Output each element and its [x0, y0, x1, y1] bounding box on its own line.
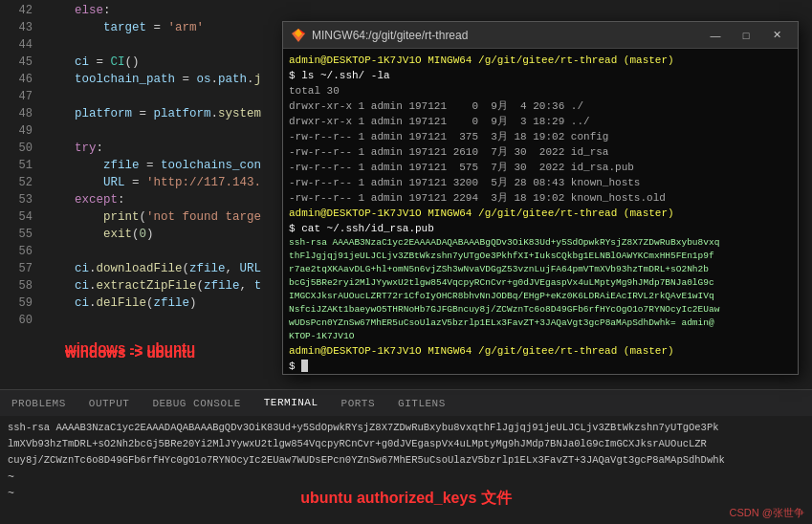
- mingw-titlebar: MINGW64:/g/git/gitee/rt-thread — □ ✕: [283, 22, 798, 49]
- terminal-line-2: lmXVb93hzTmDRL+sO2Nh2bcGj5BRe20Yi2MlJYyw…: [8, 436, 804, 452]
- tab-gitlens[interactable]: GITLENS: [386, 390, 457, 417]
- terminal-line-1: ssh-rsa AAAAB3NzaC1yc2EAAADAQABAAABgQDv3…: [8, 420, 804, 436]
- mingw-window: MINGW64:/g/git/gitee/rt-thread — □ ✕ adm…: [282, 21, 799, 375]
- terminal-line-3: cuy8j/ZCWznTc6o8D49GFb6rfHYc0gO1o7RYNOcy…: [8, 452, 804, 469]
- mingw-title: MINGW64:/g/git/gitee/rt-thread: [312, 29, 702, 42]
- tab-ports[interactable]: PORTS: [330, 390, 387, 417]
- windows-ubuntu-label: windows -> ubuntu: [65, 339, 195, 356]
- tab-terminal[interactable]: TERMINAL: [252, 389, 330, 417]
- watermark: CSDN @张世争: [730, 506, 804, 520]
- tab-output[interactable]: OUTPUT: [77, 390, 142, 417]
- mingw-icon: [291, 28, 306, 43]
- mingw-body: admin@DESKTOP-1K7JV1O MINGW64 /g/git/git…: [283, 49, 798, 374]
- tab-debug-console[interactable]: DEBUG CONSOLE: [141, 390, 252, 417]
- mingw-controls: — □ ✕: [702, 26, 790, 45]
- tab-problems[interactable]: PROBLEMS: [0, 390, 77, 417]
- mingw-minimize-button[interactable]: —: [702, 26, 729, 45]
- terminal-line-4: ~: [8, 469, 804, 485]
- panel-tabs: PROBLEMS OUTPUT DEBUG CONSOLE TERMINAL P…: [0, 389, 812, 416]
- platform-text: platform: [75, 107, 132, 120]
- line-numbers: 42 43 44 45 46 47 48 49 50 51 52 53 54 5…: [0, 0, 40, 402]
- mingw-close-button[interactable]: ✕: [763, 26, 790, 45]
- mingw-maximize-button[interactable]: □: [733, 26, 759, 45]
- ubuntu-keys-annotation: ubuntu authorized_keys 文件: [300, 489, 511, 509]
